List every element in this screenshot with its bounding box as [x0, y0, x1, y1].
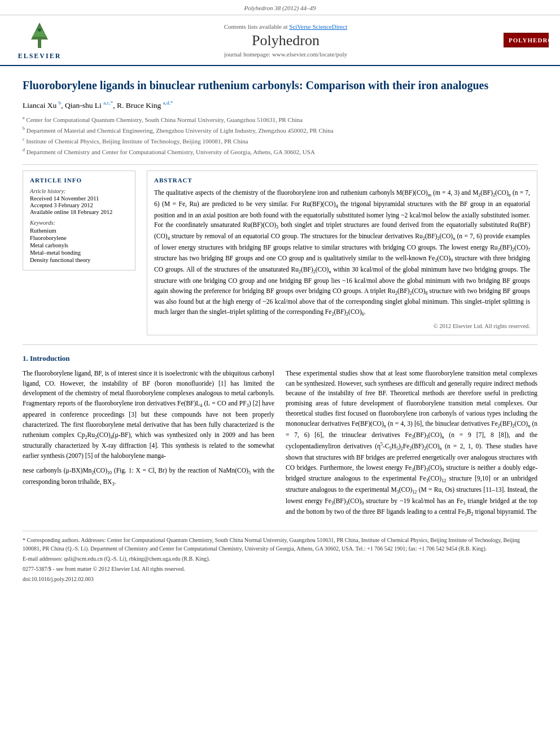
article-info-box: ARTICLE INFO Article history: Received 1… [23, 171, 135, 270]
abstract-title: ABSTRACT [154, 177, 530, 184]
accepted-date: Accepted 3 February 2012 [30, 202, 128, 208]
article-info-col: ARTICLE INFO Article history: Received 1… [23, 171, 135, 335]
keyword-dft: Density functional theory [30, 257, 128, 263]
elsevier-text: ELSEVIER [18, 52, 62, 60]
issn-footnote: 0277-5387/$ - see front matter © 2012 El… [23, 565, 537, 573]
keyword-metal-carbonyls: Metal carbonyls [30, 242, 128, 248]
intro-section-title: 1. Introduction [23, 354, 537, 363]
journal-homepage: journal homepage: www.elsevier.com/locat… [79, 51, 492, 58]
keywords-section: Keywords: Ruthenium Fluoroborylene Metal… [30, 220, 128, 263]
authors-line: Liancai Xu b, Qian-shu Li a,c,*, R. Bruc… [23, 100, 537, 110]
history-label: Article history: [30, 188, 128, 194]
article-body: Fluoroborylene ligands in binuclear ruth… [0, 66, 560, 596]
page: Polyhedron 38 (2012) 44–49 ELSEVIER [0, 0, 560, 747]
journal-title: Polyhedron [79, 32, 492, 49]
corresponding-footnote: * Corresponding authors. Addresses: Cent… [23, 536, 537, 553]
elsevier-tree-icon [20, 20, 59, 51]
svg-rect-0 [38, 40, 41, 48]
article-title: Fluoroborylene ligands in binuclear ruth… [23, 77, 537, 93]
elsevier-logo-area: ELSEVIER [11, 20, 68, 60]
intro-right-para-1: These experimental studies show that at … [286, 369, 537, 518]
intro-para-2: nese carbonyls (μ-BX)Mn2(CO)10 (Fig. 1: … [23, 466, 274, 488]
received-date: Received 14 November 2011 [30, 195, 128, 202]
journal-header: ELSEVIER Contents lists available at Sci… [0, 15, 560, 66]
intro-left-col: The fluoroborylene ligand, BF, is of int… [23, 369, 274, 523]
article-info-abstract-row: ARTICLE INFO Article history: Received 1… [23, 171, 537, 335]
divider-2 [23, 344, 537, 345]
abstract-box: ABSTRACT The qualitative aspects of the … [147, 171, 537, 335]
divider-1 [23, 164, 537, 165]
copyright-notice: © 2012 Elsevier Ltd. All rights reserved… [154, 323, 530, 329]
keyword-ruthenium: Ruthenium [30, 228, 128, 234]
intro-right-col: These experimental studies show that at … [286, 369, 537, 523]
section-number: 1. [23, 354, 28, 362]
section-label: Introduction [30, 354, 70, 362]
poly-logo-box: POLYHEDRON [504, 33, 549, 47]
history-section: Article history: Received 14 November 20… [30, 188, 128, 215]
journal-reference: Polyhedron 38 (2012) 44–49 [244, 5, 316, 11]
footnotes-section: * Corresponding authors. Addresses: Cent… [23, 531, 537, 583]
intro-body-cols: The fluoroborylene ligand, BF, is of int… [23, 369, 537, 523]
keyword-metal-metal: Metal–metal bonding [30, 250, 128, 256]
email-footnote: E-mail addresses: qsli@scm.edu.cn (Q.-S.… [23, 554, 537, 563]
intro-para-1: The fluoroborylene ligand, BF, is of int… [23, 369, 274, 461]
polyhedron-logo: POLYHEDRON [504, 33, 549, 47]
journal-center: Contents lists available at SciVerse Sci… [79, 23, 492, 58]
abstract-text: The qualitative aspects of the chemistry… [154, 188, 530, 318]
abstract-col: ABSTRACT The qualitative aspects of the … [147, 171, 537, 335]
keyword-fluoroborylene: Fluoroborylene [30, 235, 128, 241]
affiliations: a Center for Computational Quantum Chemi… [23, 115, 537, 157]
available-date: Available online 18 February 2012 [30, 209, 128, 215]
article-info-title: ARTICLE INFO [30, 177, 128, 184]
top-banner: Polyhedron 38 (2012) 44–49 [0, 0, 560, 15]
svg-point-3 [38, 28, 41, 32]
sciverse-notice: Contents lists available at SciVerse Sci… [79, 23, 492, 30]
keywords-label: Keywords: [30, 220, 128, 226]
doi-footnote: doi:10.1016/j.poly.2012.02.003 [23, 575, 537, 583]
sciverse-link[interactable]: SciVerse ScienceDirect [289, 23, 347, 30]
